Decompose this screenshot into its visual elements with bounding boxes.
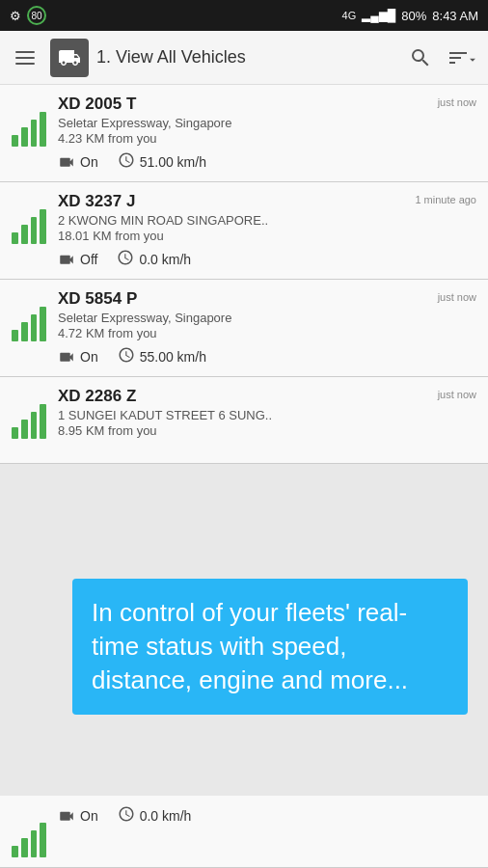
vehicle-id: XD 2286 Z bbox=[58, 387, 476, 406]
vehicle-location: 2 KWONG MIN ROAD SINGAPORE.. bbox=[58, 213, 476, 228]
engine-status: Off bbox=[58, 251, 97, 267]
tooltip-overlay: In control of your fleets' real-time sta… bbox=[72, 579, 468, 715]
vehicle-status-row: On 0.0 km/h bbox=[58, 805, 476, 826]
speed-status: 55.00 km/h bbox=[118, 346, 206, 366]
nav-actions bbox=[403, 41, 480, 75]
vehicle-info: On 0.0 km/h bbox=[58, 805, 476, 826]
vehicle-status-row: On 51.00 km/h bbox=[58, 151, 476, 172]
vehicle-item[interactable]: XD 2005 T Seletar Expressway, Singapore … bbox=[0, 85, 488, 182]
camera-icon bbox=[58, 807, 75, 824]
status-bar: ⚙ 80 4G ▂▄▆█ 80% 8:43 AM bbox=[0, 0, 488, 31]
hamburger-icon bbox=[14, 51, 37, 65]
vehicle-id: XD 5854 P bbox=[58, 289, 476, 309]
timestamp: just now bbox=[438, 291, 476, 303]
vehicle-info: XD 5854 P Seletar Expressway, Singapore … bbox=[58, 289, 476, 366]
nav-bar: 1. View All Vehicles bbox=[0, 31, 488, 85]
vehicle-info: XD 2286 Z 1 SUNGEI KADUT STREET 6 SUNG..… bbox=[58, 387, 476, 444]
engine-status: On bbox=[58, 348, 98, 365]
signal-bars-icon bbox=[12, 293, 46, 341]
speedometer-icon bbox=[117, 249, 134, 269]
battery-label: 80% bbox=[401, 9, 426, 23]
engine-status-label: On bbox=[80, 808, 98, 824]
signal-bars-icon bbox=[12, 809, 46, 857]
vehicle-status-row: On 55.00 km/h bbox=[58, 346, 476, 366]
vehicle-list: XD 2005 T Seletar Expressway, Singapore … bbox=[0, 85, 488, 464]
vehicle-item[interactable]: XD 2286 Z 1 SUNGEI KADUT STREET 6 SUNG..… bbox=[0, 377, 488, 464]
speedometer-icon bbox=[118, 805, 135, 826]
speed-status: 0.0 km/h bbox=[118, 805, 192, 826]
vehicle-id: XD 3237 J bbox=[58, 192, 476, 211]
speed-label: 0.0 km/h bbox=[139, 252, 191, 267]
speed-label: 51.00 km/h bbox=[140, 154, 206, 170]
timestamp: just now bbox=[438, 96, 476, 108]
vehicle-distance: 8.95 KM from you bbox=[58, 423, 476, 438]
status-left: ⚙ 80 bbox=[10, 6, 46, 25]
signal-bars-icon bbox=[12, 98, 46, 147]
vehicle-item[interactable]: XD 3237 J 2 KWONG MIN ROAD SINGAPORE.. 1… bbox=[0, 182, 488, 280]
vehicle-item[interactable]: XD 5854 P Seletar Expressway, Singapore … bbox=[0, 280, 488, 377]
battery-circle: 80 bbox=[27, 6, 46, 25]
vehicle-location: 1 SUNGEI KADUT STREET 6 SUNG.. bbox=[58, 408, 476, 422]
engine-status-label: On bbox=[80, 154, 98, 170]
timestamp: 1 minute ago bbox=[415, 194, 476, 205]
speedometer-icon bbox=[118, 151, 135, 172]
camera-icon bbox=[58, 251, 75, 267]
vehicle-info: XD 2005 T Seletar Expressway, Singapore … bbox=[58, 95, 476, 172]
signal-icon: ▂▄▆█ bbox=[362, 9, 395, 22]
engine-status-label: Off bbox=[80, 252, 97, 267]
engine-status-label: On bbox=[80, 349, 98, 365]
speed-status: 51.00 km/h bbox=[118, 151, 206, 172]
vehicle-id: XD 2005 T bbox=[58, 95, 476, 114]
signal-bars-icon bbox=[12, 196, 46, 244]
vehicle-status-row: Off 0.0 km/h bbox=[58, 249, 476, 269]
vehicle-distance: 4.23 KM from you bbox=[58, 131, 476, 146]
vehicle-item[interactable]: On 0.0 km/h bbox=[0, 796, 488, 868]
status-right: 4G ▂▄▆█ 80% 8:43 AM bbox=[342, 9, 478, 23]
speedometer-icon bbox=[118, 346, 135, 366]
signal-bars-icon bbox=[12, 391, 46, 439]
search-button[interactable] bbox=[403, 41, 438, 75]
vehicle-distance: 4.72 KM from you bbox=[58, 326, 476, 340]
vehicle-info: XD 3237 J 2 KWONG MIN ROAD SINGAPORE.. 1… bbox=[58, 192, 476, 269]
speed-label: 55.00 km/h bbox=[140, 349, 206, 365]
vehicle-distance: 18.01 KM from you bbox=[58, 229, 476, 243]
vehicle-location: Seletar Expressway, Singapore bbox=[58, 116, 476, 130]
engine-status: On bbox=[58, 153, 98, 170]
page-title: 1. View All Vehicles bbox=[96, 47, 395, 68]
settings-icon: ⚙ bbox=[10, 9, 21, 23]
speed-label: 0.0 km/h bbox=[140, 808, 192, 824]
speed-status: 0.0 km/h bbox=[117, 249, 191, 269]
camera-icon bbox=[58, 153, 75, 170]
engine-status: On bbox=[58, 807, 98, 824]
time-label: 8:43 AM bbox=[432, 9, 478, 23]
sort-button[interactable] bbox=[446, 41, 480, 75]
camera-icon bbox=[58, 348, 75, 365]
truck-icon bbox=[50, 39, 89, 77]
vehicle-location: Seletar Expressway, Singapore bbox=[58, 311, 476, 325]
timestamp: just now bbox=[438, 389, 476, 400]
tooltip-text: In control of your fleets' real-time sta… bbox=[92, 598, 408, 694]
menu-button[interactable] bbox=[8, 41, 42, 75]
vehicle-list-bottom: On 0.0 km/h bbox=[0, 796, 488, 868]
network-label: 4G bbox=[342, 10, 357, 21]
